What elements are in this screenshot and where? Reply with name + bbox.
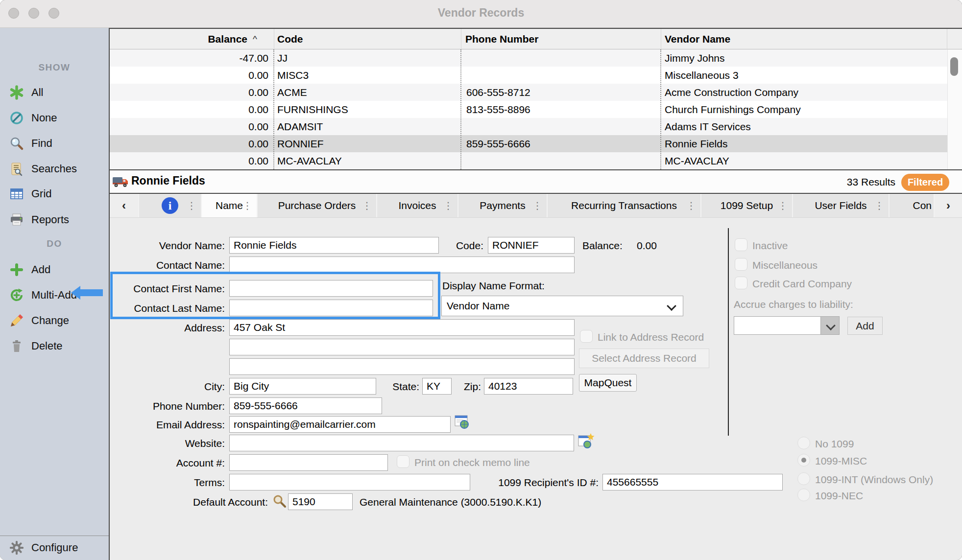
recipient-id-field[interactable] xyxy=(602,474,783,490)
table-row[interactable]: 0.00 ADAMSIT Adams IT Services xyxy=(110,118,947,135)
tab-label: Recurring Transactions xyxy=(571,200,677,211)
tab-menu-dots[interactable]: ⋮ xyxy=(362,194,372,217)
results-count: 33 Results xyxy=(813,176,895,188)
table-row[interactable]: 0.00 FURNISHINGS 813-555-8896 Church Fur… xyxy=(110,101,947,118)
radio-1099-int[interactable] xyxy=(797,472,810,485)
tab-menu-dots[interactable]: ⋮ xyxy=(187,194,196,217)
tab-menu-dots[interactable]: ⋮ xyxy=(686,194,696,217)
email-address-field[interactable] xyxy=(229,416,451,433)
radio-1099-misc[interactable] xyxy=(797,454,810,467)
mapquest-button[interactable]: MapQuest xyxy=(579,374,637,392)
tab-menu-dots[interactable]: ⋮ xyxy=(443,194,453,217)
tab-menu-dots[interactable]: ⋮ xyxy=(778,194,788,217)
credit-card-company-checkbox[interactable] xyxy=(735,277,747,289)
account-number-field[interactable] xyxy=(229,454,388,471)
sidebar-item-label: Change xyxy=(31,314,69,327)
column-header-code[interactable]: Code xyxy=(277,29,424,49)
sidebar-item-delete[interactable]: Delete xyxy=(0,333,109,359)
info-icon: i xyxy=(162,197,178,214)
tab-menu-dots[interactable]: ⋮ xyxy=(532,194,542,217)
website-field[interactable] xyxy=(229,435,574,451)
tab-info[interactable]: i ⋮ xyxy=(139,194,201,217)
zip-field[interactable] xyxy=(484,378,573,395)
open-website-icon[interactable] xyxy=(578,433,595,451)
table-row[interactable]: 0.00 MISC3 Miscellaneous 3 xyxy=(110,67,947,84)
prohibited-icon xyxy=(8,111,25,125)
table-row[interactable]: -47.00 JJ Jimmy Johns xyxy=(110,49,947,67)
cell-vendor: Jimmy Johns xyxy=(665,49,939,67)
table-row-selected[interactable]: 0.00 RONNIEF 859-555-6666 Ronnie Fields xyxy=(110,135,947,152)
table-row[interactable]: 0.00 ACME 606-555-8712 Acme Construction… xyxy=(110,84,947,101)
radio-1099-nec-label: 1099-NEC xyxy=(815,489,863,502)
print-memo-checkbox[interactable] xyxy=(397,455,409,468)
sidebar-item-grid[interactable]: Grid xyxy=(0,181,109,207)
contact-name-field[interactable] xyxy=(229,257,575,273)
tab-invoices[interactable]: Invoices ⋮ xyxy=(377,194,457,217)
accrue-liability-select-button[interactable] xyxy=(820,316,840,335)
tab-menu-dots[interactable]: ⋮ xyxy=(874,194,884,217)
link-address-checkbox[interactable] xyxy=(580,330,593,343)
city-field[interactable] xyxy=(229,378,376,395)
radio-no-1099[interactable] xyxy=(797,437,810,449)
detail-vendor-name: Ronnie Fields xyxy=(131,174,205,187)
cell-balance: 0.00 xyxy=(110,101,268,118)
default-account-field[interactable] xyxy=(288,493,353,510)
filtered-badge[interactable]: Filtered xyxy=(901,174,949,191)
vendor-name-field[interactable] xyxy=(229,237,439,254)
sort-ascending-icon[interactable]: ^ xyxy=(253,29,265,49)
cell-code: JJ xyxy=(277,49,454,67)
contact-last-name-field[interactable] xyxy=(229,300,433,316)
sidebar-item-add[interactable]: Add xyxy=(0,257,109,282)
select-address-record-button[interactable]: Select Address Record xyxy=(579,349,709,368)
phone-number-field[interactable] xyxy=(229,397,382,414)
sidebar-item-searches[interactable]: Searches xyxy=(0,156,109,182)
tab-recurring-transactions[interactable]: Recurring Transactions ⋮ xyxy=(548,194,700,217)
account-lookup-icon[interactable] xyxy=(272,494,287,510)
sidebar-item-change[interactable]: Change xyxy=(0,308,109,333)
vendor-name-label: Vendor Name: xyxy=(108,239,225,252)
column-separator xyxy=(660,49,661,169)
send-email-icon[interactable] xyxy=(455,414,470,431)
sidebar-item-find[interactable]: Find xyxy=(0,131,109,156)
tab-contact-truncated[interactable]: Con xyxy=(890,194,934,217)
radio-1099-nec[interactable] xyxy=(797,489,810,501)
tab-name[interactable]: Name ⋮ xyxy=(202,194,257,217)
display-name-format-select[interactable]: Vendor Name xyxy=(441,296,683,316)
sidebar-item-none[interactable]: None xyxy=(0,105,109,131)
inactive-checkbox[interactable] xyxy=(735,238,747,251)
accrue-add-button[interactable]: Add xyxy=(847,317,883,335)
cell-code: FURNISHINGS xyxy=(277,101,454,118)
state-field[interactable] xyxy=(422,378,452,395)
annotation-arrow xyxy=(80,289,103,296)
tab-menu-dots[interactable]: ⋮ xyxy=(242,194,252,217)
contact-first-name-field[interactable] xyxy=(229,280,433,297)
address-line3-field[interactable] xyxy=(229,358,575,375)
terms-field[interactable] xyxy=(229,474,470,490)
tabs-scroll-left-button[interactable]: ‹ xyxy=(110,194,138,217)
column-header-phone[interactable]: Phone Number xyxy=(465,29,627,49)
code-field[interactable] xyxy=(488,237,575,254)
miscellaneous-checkbox[interactable] xyxy=(735,258,747,271)
column-header-balance[interactable]: Balance xyxy=(110,29,247,49)
address-line1-field[interactable] xyxy=(229,319,575,336)
website-label: Website: xyxy=(108,437,225,450)
tab-1099-setup[interactable]: 1099 Setup ⋮ xyxy=(701,194,792,217)
tab-user-fields[interactable]: User Fields ⋮ xyxy=(793,194,889,217)
address-line2-field[interactable] xyxy=(229,339,575,355)
cell-phone xyxy=(466,152,652,169)
credit-card-company-label: Credit Card Company xyxy=(752,277,852,290)
window-title: Vendor Records xyxy=(0,6,962,20)
default-account-label: Default Account: xyxy=(113,495,268,509)
tab-label: Con xyxy=(913,200,932,211)
sidebar-item-reports[interactable]: Reports xyxy=(0,207,109,233)
tab-payments[interactable]: Payments ⋮ xyxy=(458,194,547,217)
scrollbar-thumb[interactable] xyxy=(950,57,958,76)
accrue-liability-select[interactable] xyxy=(734,316,821,335)
tab-purchase-orders[interactable]: Purchase Orders ⋮ xyxy=(258,194,376,217)
tabs-scroll-right-button[interactable]: › xyxy=(935,194,962,217)
sidebar-item-configure[interactable]: Configure xyxy=(0,536,109,560)
trash-icon xyxy=(8,339,25,353)
table-row[interactable]: 0.00 MC-AVACLAY MC-AVACLAY xyxy=(110,152,947,169)
column-header-vendor[interactable]: Vendor Name xyxy=(665,29,861,49)
sidebar-item-all[interactable]: All xyxy=(0,80,109,105)
